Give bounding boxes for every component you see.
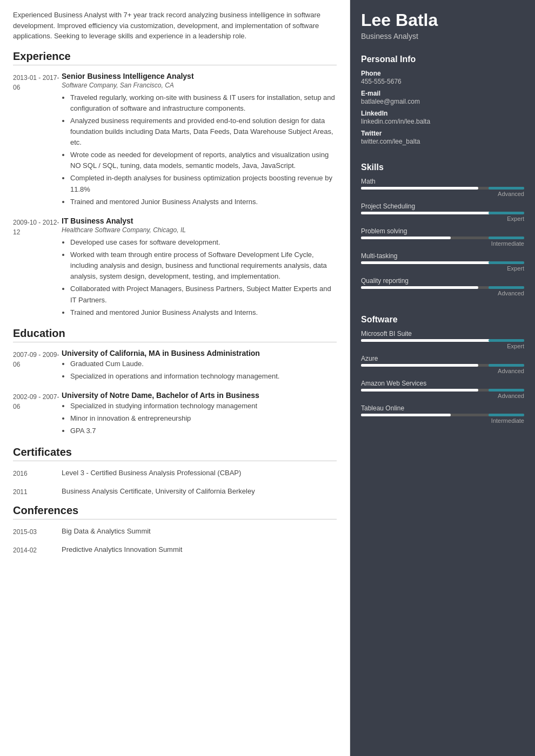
edu-title-2: University of Notre Dame, Bachelor of Ar… xyxy=(62,391,337,400)
person-name: Lee Batla xyxy=(361,11,524,30)
skill-bar-container xyxy=(361,261,524,264)
job-title-1: Senior Business Intelligence Analyst xyxy=(62,72,337,80)
software-bars: Microsoft BI SuiteExpertAzureAdvancedAma… xyxy=(361,330,524,424)
skill-level: Expert xyxy=(361,265,524,272)
bullet: Graduated Cum Laude. xyxy=(70,359,337,369)
personal-info-section: Personal Info Phone455-555-5676E-mailbat… xyxy=(350,48,535,156)
job-title-2: IT Business Analyst xyxy=(62,217,337,225)
bullet: Worked with team through entire process … xyxy=(70,249,337,282)
cert-date-1: 2016 xyxy=(13,468,62,478)
skill-item: AzureAdvanced xyxy=(361,355,524,374)
skill-bar-fill xyxy=(361,286,478,289)
skill-bar-fill xyxy=(361,364,478,367)
skill-item: Microsoft BI SuiteExpert xyxy=(361,330,524,349)
skill-level: Expert xyxy=(361,343,524,349)
cert-text-2: Business Analysis Certificate, Universit… xyxy=(62,486,255,497)
person-title: Business Analyst xyxy=(361,32,524,40)
skill-name: Project Scheduling xyxy=(361,202,524,210)
skill-bar-accent xyxy=(489,286,524,289)
education-item: 2007-09 - 2009-06 University of Californ… xyxy=(13,349,337,383)
company-1: Software Company, San Francisco, CA xyxy=(62,82,337,89)
conf-date-2: 2014-02 xyxy=(13,544,62,555)
bullet: Wrote code as needed for development of … xyxy=(70,150,337,171)
skill-name: Microsoft BI Suite xyxy=(361,330,524,338)
bullet: Trained and mentored Junior Business Ana… xyxy=(70,307,337,318)
skill-bar-fill xyxy=(361,237,451,239)
skill-name: Tableau Online xyxy=(361,404,524,412)
skill-level: Intermediate xyxy=(361,417,524,424)
edu-bullets-2: Specialized in studying information tech… xyxy=(62,401,337,436)
conf-text-2: Predictive Analytics Innovation Summit xyxy=(62,544,182,555)
certificates-section: Certificates 2016 Level 3 - Certified Bu… xyxy=(13,446,337,497)
skill-bar-container xyxy=(361,389,524,392)
info-value: linkedin.com/in/lee.balta xyxy=(361,118,524,125)
bullet: Developed use cases for software develop… xyxy=(70,237,337,248)
info-label: Phone xyxy=(361,70,524,77)
info-label: Twitter xyxy=(361,130,524,137)
experience-item: 2009-10 - 2012-12 IT Business Analyst He… xyxy=(13,217,337,320)
right-header: Lee Batla Business Analyst xyxy=(350,0,535,48)
skill-bar-container xyxy=(361,237,524,239)
edu-content-1: University of California, MA in Business… xyxy=(62,349,337,383)
skill-bar-accent xyxy=(489,414,524,416)
edu-bullets-1: Graduated Cum Laude. Specialized in oper… xyxy=(62,359,337,382)
bullet: Traveled regularly, working on-site with… xyxy=(70,92,337,114)
experience-item: 2013-01 - 2017-06 Senior Business Intell… xyxy=(13,72,337,209)
cert-item: 2011 Business Analysis Certificate, Univ… xyxy=(13,486,337,497)
bullet: Specialized in studying information tech… xyxy=(70,401,337,411)
info-label: E-mail xyxy=(361,90,524,97)
skill-name: Quality reporting xyxy=(361,277,524,285)
skill-level: Advanced xyxy=(361,393,524,399)
bullet: Completed in-depth analyses for business… xyxy=(70,173,337,194)
bullet: Trained and mentored Junior Business Ana… xyxy=(70,197,337,207)
edu-date-2: 2002-09 - 2007-06 xyxy=(13,391,62,438)
bullet: Analyzed business requirements and provi… xyxy=(70,116,337,148)
software-section: Software Microsoft BI SuiteExpertAzureAd… xyxy=(350,308,535,436)
skill-bar-container xyxy=(361,212,524,214)
skill-name: Problem solving xyxy=(361,227,524,235)
skill-item: Multi-taskingExpert xyxy=(361,252,524,272)
skill-item: MathAdvanced xyxy=(361,178,524,197)
bullets-2: Developed use cases for software develop… xyxy=(62,237,337,318)
exp-date-2: 2009-10 - 2012-12 xyxy=(13,217,62,320)
skill-item: Project SchedulingExpert xyxy=(361,202,524,222)
skill-bar-accent xyxy=(489,364,524,367)
skill-level: Advanced xyxy=(361,368,524,374)
skill-level: Intermediate xyxy=(361,240,524,247)
conf-item: 2015-03 Big Data & Analytics Summit xyxy=(13,526,337,537)
info-label: LinkedIn xyxy=(361,110,524,117)
skill-bar-accent xyxy=(489,389,524,392)
skill-bar-container xyxy=(361,187,524,190)
summary-text: Experienced Business Analyst with 7+ yea… xyxy=(13,10,337,42)
conferences-section: Conferences 2015-03 Big Data & Analytics… xyxy=(13,504,337,555)
company-2: Healthcare Software Company, Chicago, IL xyxy=(62,226,337,234)
skill-item: Problem solvingIntermediate xyxy=(361,227,524,247)
exp-content-1: Senior Business Intelligence Analyst Sof… xyxy=(62,72,337,209)
bullet: Specialized in operations and informatio… xyxy=(70,371,337,382)
edu-date-1: 2007-09 - 2009-06 xyxy=(13,349,62,383)
certificates-title: Certificates xyxy=(13,446,337,461)
skills-section: Skills MathAdvancedProject SchedulingExp… xyxy=(350,156,535,308)
skill-bar-fill xyxy=(361,389,478,392)
skill-bar-accent xyxy=(489,187,524,190)
personal-info-fields: Phone455-555-5676E-mailbatlalee@gmail.co… xyxy=(361,70,524,145)
info-value: 455-555-5676 xyxy=(361,78,524,85)
skill-bar-container xyxy=(361,339,524,342)
bullet: Minor in innovation & entrepreneurship xyxy=(70,413,337,424)
cert-date-2: 2011 xyxy=(13,486,62,497)
info-value: batlalee@gmail.com xyxy=(361,98,524,105)
bullet: Collaborated with Project Managers, Busi… xyxy=(70,284,337,305)
conf-date-1: 2015-03 xyxy=(13,526,62,537)
skill-bar-accent xyxy=(489,261,524,264)
skill-item: Quality reportingAdvanced xyxy=(361,277,524,296)
cert-item: 2016 Level 3 - Certified Business Analys… xyxy=(13,468,337,478)
skill-name: Multi-tasking xyxy=(361,252,524,260)
right-column: Lee Batla Business Analyst Personal Info… xyxy=(350,0,535,756)
education-title: Education xyxy=(13,327,337,342)
skill-bar-fill xyxy=(361,414,451,416)
experience-title: Experience xyxy=(13,50,337,65)
education-item: 2002-09 - 2007-06 University of Notre Da… xyxy=(13,391,337,438)
conf-item: 2014-02 Predictive Analytics Innovation … xyxy=(13,544,337,555)
skill-bar-accent xyxy=(489,212,524,214)
cert-text-1: Level 3 - Certified Business Analysis Pr… xyxy=(62,468,241,478)
